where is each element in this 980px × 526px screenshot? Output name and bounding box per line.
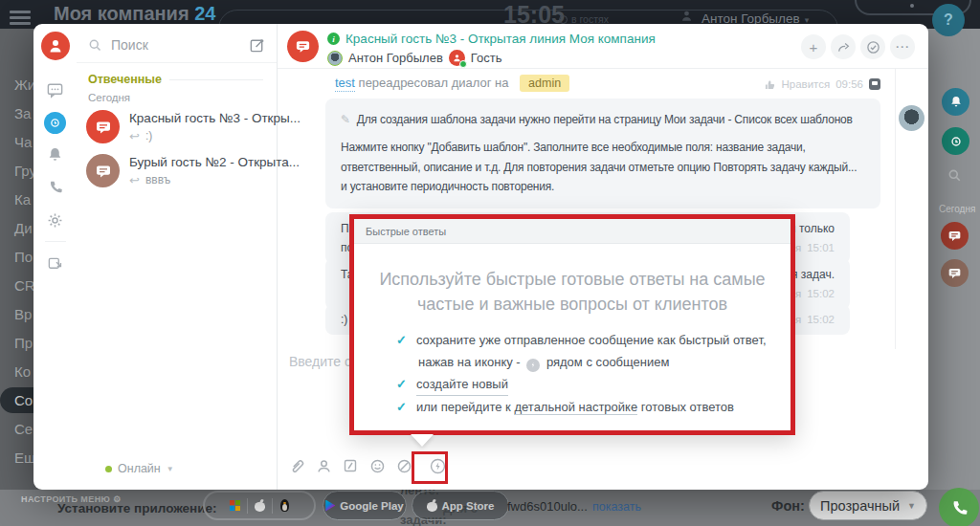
- compose-icon[interactable]: [249, 37, 265, 54]
- message-meta: Нравится 09:56: [765, 78, 880, 90]
- chat-title: Красный гость №3 - Откры...: [129, 111, 301, 125]
- like-thumb-icon: [765, 79, 775, 90]
- openlines-widget-icon[interactable]: [942, 127, 969, 155]
- search-placeholder: Поиск: [111, 37, 240, 53]
- user-chip[interactable]: admin: [520, 75, 569, 92]
- guest-label[interactable]: Гость: [471, 51, 502, 65]
- operator-name[interactable]: Антон Горбылев: [348, 51, 443, 65]
- message-text: Для создания шаблона задачи нужно перейт…: [357, 113, 853, 126]
- forward-button[interactable]: [831, 34, 856, 59]
- dialog-title[interactable]: Красный гость №3 - Открытая линия Моя ко…: [345, 32, 656, 46]
- message-time: 15:02: [807, 284, 835, 303]
- settings-link[interactable]: детальной настройке: [514, 400, 637, 415]
- tooltip-title: Быстрые ответы: [354, 219, 791, 244]
- windows-logo-icon: [230, 500, 240, 511]
- message-author-avatar[interactable]: [899, 105, 924, 131]
- divider: [247, 498, 248, 514]
- brand-logo[interactable]: Моя компания 24: [54, 3, 215, 25]
- background-select[interactable]: Прозрачный ▼: [809, 491, 927, 520]
- checklist-text: сохраните уже отправленное сообщение как…: [416, 329, 767, 351]
- finish-dialog-button[interactable]: [860, 34, 885, 59]
- online-status-selector[interactable]: Онлайн ▼: [105, 462, 174, 475]
- chat-search[interactable]: Поиск: [77, 30, 277, 60]
- file-id-text: fwd6s010ulo...: [507, 499, 588, 514]
- help-button[interactable]: ?: [932, 4, 965, 36]
- highlight-box-quick-replies: [412, 451, 448, 484]
- message-text: Нажмите кнопку "Добавить шаблон". Заполн…: [341, 138, 865, 196]
- day-label: Сегодня: [88, 92, 277, 103]
- openlines-icon[interactable]: [33, 106, 77, 139]
- attach-file-icon[interactable]: [287, 456, 306, 475]
- message-time: 09:56: [835, 78, 863, 90]
- checklist-item: ✓ сохраните уже отправленное сообщение к…: [396, 329, 791, 351]
- google-play-button[interactable]: Google Play: [323, 491, 407, 520]
- divider: [272, 498, 273, 514]
- document-icon[interactable]: [341, 456, 360, 475]
- chat-list-section: Отвеченные: [88, 73, 263, 86]
- tooltip-checklist: ✓ сохраните уже отправленное сообщение к…: [396, 329, 791, 418]
- info-icon[interactable]: i: [327, 33, 340, 45]
- show-link[interactable]: показать: [592, 500, 641, 514]
- app-store-button[interactable]: App Store: [412, 491, 509, 520]
- tooltip-headline: Используйте быстрые готовые ответы на са…: [371, 267, 773, 317]
- more-options-button[interactable]: ⋯: [890, 34, 915, 59]
- calls-phone-icon[interactable]: [33, 171, 77, 204]
- tooltip-arrow: [411, 434, 434, 447]
- chat-main-panel: i Красный гость №3 - Открытая линия Моя …: [278, 24, 928, 490]
- messenger-window: Поиск Отвеченные Сегодня Красный гость №…: [33, 24, 928, 490]
- my-avatar[interactable]: [41, 32, 70, 60]
- chats-icon[interactable]: [33, 74, 77, 106]
- guest-avatar[interactable]: [449, 50, 465, 66]
- pen-slash-icon[interactable]: [394, 456, 413, 475]
- app-store-label: App Store: [442, 500, 495, 512]
- chat-avatar-icon: [86, 110, 120, 143]
- checklist-text: рядом с сообщением: [546, 355, 670, 369]
- create-new-link[interactable]: создайте новый: [416, 373, 508, 396]
- chat-list-item-red-guest[interactable]: Красный гость №3 - Откры... ↩:): [77, 105, 277, 149]
- install-app-label: Установите приложение:: [57, 501, 217, 515]
- reply-arrow-icon: ↩: [129, 173, 140, 187]
- message-time: 15:01: [807, 238, 835, 257]
- messenger-rail: [33, 24, 77, 490]
- section-label: Отвеченные: [88, 73, 162, 86]
- recent-chat-brown-avatar[interactable]: [941, 259, 969, 287]
- edited-pencil-icon: ✎: [341, 113, 350, 126]
- background-option-label: Фон:: [771, 498, 805, 514]
- desktop-apps-button[interactable]: [203, 491, 316, 520]
- emoji-smiley-icon[interactable]: [368, 456, 387, 475]
- divider: [895, 69, 896, 349]
- quick-replies-tooltip: Быстрые ответы Используйте быстрые готов…: [349, 214, 795, 435]
- quick-reply-mini-icon: [526, 359, 540, 372]
- chat-list-item-brown-guest[interactable]: Бурый гость №2 - Открыта... ↩вввъ: [77, 149, 277, 193]
- callback-phone-button[interactable]: [939, 488, 979, 526]
- system-message: test переадресовал диалог на admin: [335, 76, 569, 90]
- search-icon[interactable]: [947, 168, 962, 186]
- add-user-button[interactable]: +: [801, 34, 826, 59]
- hamburger-menu-icon[interactable]: [10, 11, 31, 28]
- system-user-link[interactable]: test: [335, 76, 355, 92]
- mention-person-icon[interactable]: [314, 456, 333, 475]
- operator-avatar[interactable]: [327, 51, 343, 66]
- dialog-title-row: i Красный гость №3 - Открытая линия Моя …: [327, 32, 656, 46]
- recent-day-label: Сегодня: [939, 204, 975, 214]
- notifications-icon[interactable]: [33, 139, 77, 171]
- divider: [77, 62, 277, 63]
- google-play-label: Google Play: [340, 500, 403, 512]
- recent-chat-red-avatar[interactable]: [941, 222, 969, 250]
- chevron-down-icon: ▼: [907, 501, 916, 511]
- chevron-down-icon: ▼: [167, 465, 174, 473]
- chat-title: Бурый гость №2 - Открыта...: [129, 155, 300, 169]
- dialog-avatar-icon: [287, 31, 319, 62]
- checklist-text: нажав на иконку -: [418, 355, 521, 369]
- online-dot-icon: [105, 466, 112, 472]
- checklist-text: или перейдите к детальной настройке гото…: [416, 396, 734, 418]
- message-bubble: ✎Для создания шаблона задачи нужно перей…: [325, 99, 880, 208]
- like-button[interactable]: Нравится: [781, 78, 830, 90]
- brand-suffix: 24: [194, 3, 215, 24]
- history-icon[interactable]: [33, 247, 77, 279]
- guest-info-dot: [459, 60, 467, 68]
- notifications-bell-icon[interactable]: [942, 88, 969, 116]
- divider: [45, 241, 66, 242]
- google-play-icon: [325, 500, 335, 512]
- gear-icon[interactable]: [33, 204, 77, 236]
